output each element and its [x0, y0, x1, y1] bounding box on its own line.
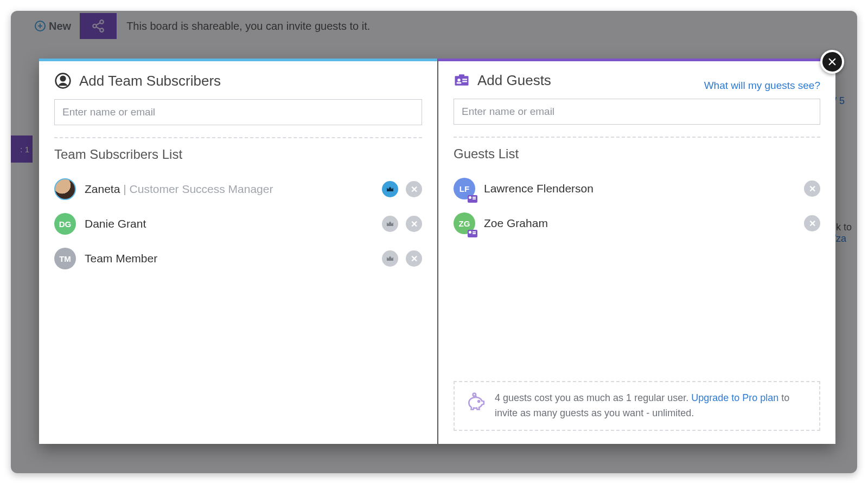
team-member-row: TM Team Member ✕ — [54, 241, 422, 276]
crown-icon — [386, 185, 394, 193]
team-member-row: DG Danie Grant ✕ — [54, 206, 422, 241]
make-owner-button[interactable] — [382, 250, 398, 267]
guest-tag-icon — [468, 230, 477, 237]
team-search-input[interactable] — [54, 99, 422, 125]
avatar: ZG — [454, 212, 475, 234]
crown-icon — [386, 254, 394, 263]
svg-rect-10 — [462, 79, 467, 80]
guest-name: Lawrence Flenderson — [484, 182, 593, 195]
svg-point-13 — [478, 401, 480, 402]
divider — [54, 137, 422, 138]
remove-member-button[interactable]: ✕ — [406, 250, 422, 267]
guest-search-input[interactable] — [454, 99, 820, 125]
avatar — [54, 178, 76, 200]
upgrade-text: 4 guests cost you as much as 1 regular u… — [495, 391, 809, 421]
guest-row: LF Lawrence Flenderson ✕ — [454, 171, 820, 206]
divider — [454, 137, 820, 138]
svg-rect-11 — [462, 81, 467, 82]
svg-point-14 — [473, 393, 476, 396]
team-subscribers-panel: Add Team Subscribers Team Subscribers Li… — [39, 59, 437, 444]
piggy-bank-icon — [464, 392, 486, 414]
guest-row: ZG Zoe Graham ✕ — [454, 206, 820, 241]
team-panel-header: Add Team Subscribers — [54, 72, 422, 89]
guests-panel-title: Add Guests — [477, 72, 551, 89]
svg-rect-7 — [455, 76, 469, 86]
avatar: TM — [54, 248, 76, 269]
guest-name: Zoe Graham — [484, 217, 548, 230]
id-card-icon — [454, 73, 470, 89]
team-list-title: Team Subscribers List — [54, 147, 422, 162]
svg-point-8 — [457, 79, 461, 82]
app-window: + New This board is shareable, you can i… — [11, 11, 857, 473]
close-modal-button[interactable] — [820, 50, 844, 74]
remove-member-button[interactable]: ✕ — [406, 216, 422, 232]
owner-badge[interactable] — [382, 181, 398, 197]
close-icon — [827, 57, 837, 67]
member-role: | Customer Success Manager — [123, 183, 273, 195]
make-owner-button[interactable] — [382, 216, 398, 232]
guests-list-title: Guests List — [454, 146, 820, 162]
member-name: Team Member — [85, 252, 157, 265]
team-member-row: Zaneta | Customer Success Manager ✕ — [54, 172, 422, 206]
share-modal: Add Team Subscribers Team Subscribers Li… — [39, 59, 835, 444]
remove-member-button[interactable]: ✕ — [406, 181, 422, 197]
remove-guest-button[interactable]: ✕ — [804, 215, 820, 231]
team-panel-title: Add Team Subscribers — [79, 73, 221, 89]
guests-help-link[interactable]: What will my guests see? — [704, 80, 820, 92]
remove-guest-button[interactable]: ✕ — [804, 180, 820, 197]
svg-rect-12 — [459, 74, 464, 76]
svg-rect-9 — [457, 82, 462, 83]
member-name: Danie Grant — [85, 217, 146, 230]
avatar: LF — [454, 178, 475, 199]
guests-panel: Add Guests What will my guests see? Gues… — [437, 59, 835, 444]
avatar: DG — [54, 213, 76, 235]
upgrade-callout: 4 guests cost you as much as 1 regular u… — [454, 381, 820, 431]
person-circle-icon — [54, 72, 72, 89]
member-name: Zaneta | Customer Success Manager — [85, 183, 273, 196]
crown-icon — [386, 220, 394, 228]
svg-point-6 — [61, 76, 66, 81]
guest-tag-icon — [468, 195, 477, 203]
upgrade-link[interactable]: Upgrade to Pro plan — [691, 392, 778, 403]
